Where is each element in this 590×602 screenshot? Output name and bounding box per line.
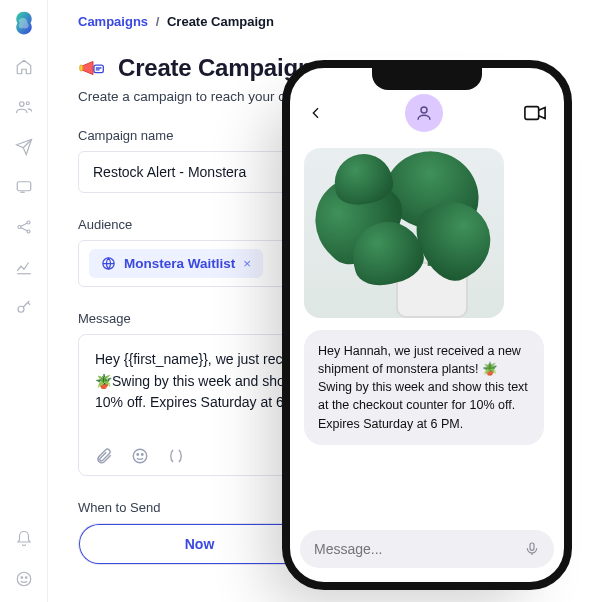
svg-point-1 [26,102,29,105]
phone-message-input[interactable] [314,541,524,557]
video-call-icon[interactable] [524,105,546,121]
nav-notifications-icon[interactable] [15,530,33,548]
phone-body: Hey Hannah, we just received a new shipm… [290,142,564,530]
svg-point-9 [25,577,27,579]
megaphone-icon [78,53,108,83]
svg-point-13 [133,449,147,463]
svg-point-15 [142,454,144,456]
svg-rect-11 [94,65,103,73]
attachment-icon[interactable] [95,447,113,465]
phone-notch [372,68,482,90]
svg-point-0 [19,102,24,107]
nav-send-icon[interactable] [15,138,33,156]
page-title: Create Campaign [118,54,312,82]
breadcrumb-sep: / [156,14,160,29]
sidebar [0,0,48,602]
audience-tag-icon [101,256,116,271]
nav-share-icon[interactable] [15,218,33,236]
nav-contacts-icon[interactable] [15,98,33,116]
breadcrumb-parent[interactable]: Campaigns [78,14,148,29]
breadcrumb: Campaigns / Create Campaign [78,14,560,29]
audience-tag[interactable]: Monstera Waitlist × [89,249,263,278]
nav-help-icon[interactable] [15,570,33,588]
back-icon[interactable] [308,105,324,121]
svg-point-8 [21,577,23,579]
message-bubble: Hey Hannah, we just received a new shipm… [304,330,544,445]
nav-analytics-icon[interactable] [15,258,33,276]
svg-point-3 [18,226,21,229]
svg-rect-18 [530,543,534,550]
microphone-icon[interactable] [524,540,540,558]
svg-point-5 [27,230,30,233]
svg-rect-2 [17,182,31,191]
svg-rect-17 [525,107,539,120]
svg-point-4 [27,221,30,224]
svg-point-16 [421,107,427,113]
nav-home-icon[interactable] [15,58,33,76]
audience-tag-label: Monstera Waitlist [124,256,235,271]
audience-tag-remove[interactable]: × [243,256,251,271]
phone-compose[interactable] [300,530,554,568]
svg-point-6 [18,306,24,312]
nav-key-icon[interactable] [15,298,33,316]
emoji-icon[interactable] [131,447,149,465]
phone-preview: Hey Hannah, we just received a new shipm… [282,60,572,590]
contact-avatar[interactable] [405,94,443,132]
svg-point-14 [137,454,139,456]
variable-icon[interactable] [167,447,185,465]
image-attachment[interactable] [304,148,504,318]
breadcrumb-current: Create Campaign [167,14,274,29]
svg-rect-10 [80,65,83,71]
svg-point-7 [17,572,31,586]
app-logo-icon [11,10,37,36]
nav-inbox-icon[interactable] [15,178,33,196]
person-icon [415,104,433,122]
